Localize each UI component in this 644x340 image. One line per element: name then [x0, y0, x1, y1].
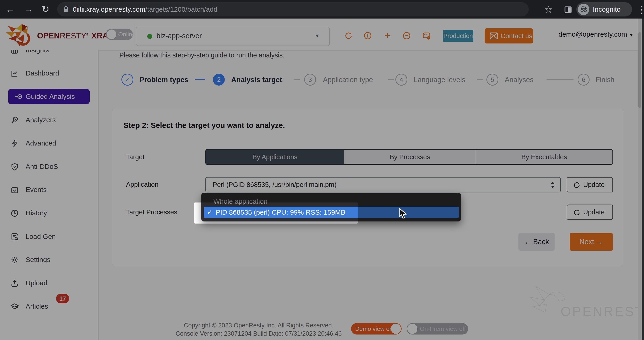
- step-connector: [294, 79, 300, 80]
- step-3-label: Application type: [323, 76, 373, 84]
- tab-by-executables[interactable]: By Executables: [476, 150, 612, 164]
- chevron-down-icon: ▼: [315, 27, 320, 45]
- guided-analysis-icon: [14, 92, 22, 101]
- incognito-label: Incognito: [593, 2, 621, 17]
- target-processes-update-button[interactable]: Update: [567, 205, 613, 220]
- update-label: Update: [583, 178, 605, 192]
- check-icon: ✓: [207, 207, 212, 218]
- envelope-icon: [490, 32, 498, 40]
- bookmark-star-icon[interactable]: ☆: [544, 4, 553, 16]
- card-title: Step 2: Select the target you want to an…: [124, 121, 285, 130]
- side-panel-icon[interactable]: [564, 6, 572, 14]
- browser-reload-icon[interactable]: ↻: [42, 3, 50, 15]
- refresh-icon: [573, 209, 580, 216]
- dropdown-option-pid[interactable]: ✓ PID 868535 (perl) CPU: 99% RSS: 159MB: [204, 207, 459, 218]
- sidebar-item-dashboard[interactable]: Dashboard: [0, 66, 98, 81]
- add-icon[interactable]: +: [383, 32, 392, 40]
- step-1-label: Problem types: [140, 76, 188, 84]
- server-remove-icon[interactable]: [422, 32, 430, 40]
- target-row-label: Target: [126, 153, 144, 161]
- target-processes-row-label: Target Processes: [126, 208, 177, 216]
- sidebar-item-upload[interactable]: Upload: [0, 276, 98, 290]
- watermark-text: OPENRESTY: [560, 303, 644, 319]
- incognito-badge: Incognito: [576, 2, 632, 17]
- shield-icon: [10, 163, 19, 171]
- step-6-label: Finish: [596, 76, 614, 84]
- incognito-icon: [578, 4, 589, 15]
- sidebar-item-analyzers[interactable]: Analyzers: [0, 113, 98, 127]
- application-row-label: Application: [126, 181, 158, 188]
- account-email: demo@openresty.com: [558, 31, 627, 38]
- account-caret-icon: ▼: [629, 33, 634, 38]
- step-2-label: Analysis target: [231, 76, 282, 84]
- clock-icon: [10, 209, 19, 217]
- check-icon: ✓: [125, 76, 130, 83]
- update-label: Update: [583, 205, 605, 219]
- step-connector: [477, 79, 483, 80]
- articles-count-badge: 17: [56, 294, 69, 303]
- openresty-logo-icon: [4, 20, 36, 48]
- onprem-view-toggle[interactable]: On-Prem view off: [406, 323, 468, 334]
- step-connector: [388, 79, 394, 80]
- articles-icon: [10, 302, 19, 311]
- sidebar-item-load-gen[interactable]: Load Gen: [0, 229, 98, 244]
- step-5-circle: 5: [486, 74, 498, 86]
- sidebar-item-settings[interactable]: Settings: [0, 252, 98, 267]
- sidebar-item-articles[interactable]: Articles: [0, 299, 98, 314]
- window-edge: [642, 19, 644, 340]
- back-button[interactable]: ← Back: [518, 233, 554, 251]
- server-select[interactable]: biz-app-server ▼: [136, 27, 330, 46]
- step-5-label: Analyses: [505, 76, 534, 84]
- header-divider: [135, 21, 136, 47]
- mouse-cursor: [399, 208, 408, 220]
- advanced-icon: [10, 139, 19, 148]
- calendar-icon: [10, 186, 19, 194]
- onprem-toggle-knob: [407, 324, 417, 334]
- application-select-value: Perl (PGID 868535, /usr/bin/perl main.pm…: [213, 178, 337, 192]
- sidebar-item-advanced[interactable]: Advanced: [0, 136, 98, 151]
- sidebar-item-guided-analysis[interactable]: Guided Analysis: [8, 89, 90, 104]
- scrollbar-thumb[interactable]: [638, 32, 641, 108]
- browser-forward-icon[interactable]: →: [24, 3, 33, 15]
- browser-back-icon[interactable]: ←: [6, 3, 15, 15]
- tab-by-processes[interactable]: By Processes: [344, 150, 476, 164]
- refresh-icon[interactable]: [344, 32, 353, 40]
- load-gen-icon: [10, 233, 19, 241]
- url-text[interactable]: 0iitii.xray.openresty.com/targets/1200/b…: [73, 2, 218, 17]
- application-select[interactable]: Perl (PGID 868535, /usr/bin/perl main.pm…: [205, 177, 561, 192]
- page: OPENRESTY® XRAY Online biz-app-server ▼ …: [0, 19, 644, 340]
- browser-menu-icon[interactable]: ⋮: [637, 4, 644, 16]
- screen: ← → ↻ 0iitii.xray.openresty.com/targets/…: [0, 0, 644, 340]
- sidebar-item-insights[interactable]: Insights: [0, 50, 98, 58]
- account-menu[interactable]: demo@openresty.com ▼: [558, 19, 634, 50]
- brand-wordmark: OPENRESTY® XRAY: [37, 19, 113, 50]
- back-arrow-icon: ←: [524, 238, 531, 246]
- info-icon[interactable]: [364, 32, 372, 40]
- demo-view-toggle[interactable]: Demo view on: [351, 323, 402, 334]
- dropdown-option-whole-application[interactable]: Whole application: [213, 196, 268, 207]
- online-toggle[interactable]: Online: [106, 29, 133, 40]
- environment-badge: Production: [443, 30, 474, 42]
- select-stepper-icon: [550, 181, 556, 189]
- server-status-dot: [147, 34, 152, 39]
- server-select-value: biz-app-server: [156, 27, 202, 45]
- sidebar-item-history[interactable]: History: [0, 206, 98, 220]
- lock-icon: [63, 6, 70, 13]
- sidebar-item-events[interactable]: Events: [0, 182, 98, 197]
- application-update-button[interactable]: Update: [567, 177, 613, 192]
- watermark: OPENRESTY: [526, 279, 640, 339]
- step-6-circle: 6: [578, 74, 590, 86]
- target-tabs: By Applications By Processes By Executab…: [205, 149, 613, 165]
- contact-us-button[interactable]: Contact us: [484, 28, 533, 44]
- remove-circle-icon[interactable]: [402, 32, 411, 40]
- tab-by-applications[interactable]: By Applications: [206, 150, 344, 164]
- gear-icon: [10, 256, 19, 264]
- refresh-icon: [573, 181, 580, 189]
- sidebar-item-anti-ddos[interactable]: Anti-DDoS: [0, 159, 98, 174]
- insights-icon: [10, 50, 19, 55]
- step-connector: [195, 79, 205, 80]
- step-4-label: Language levels: [414, 76, 466, 84]
- process-dropdown: Whole application ✓ PID 868535 (perl) CP…: [201, 193, 461, 221]
- next-button[interactable]: Next →: [570, 233, 613, 251]
- app-header: OPENRESTY® XRAY Online biz-app-server ▼ …: [0, 19, 644, 51]
